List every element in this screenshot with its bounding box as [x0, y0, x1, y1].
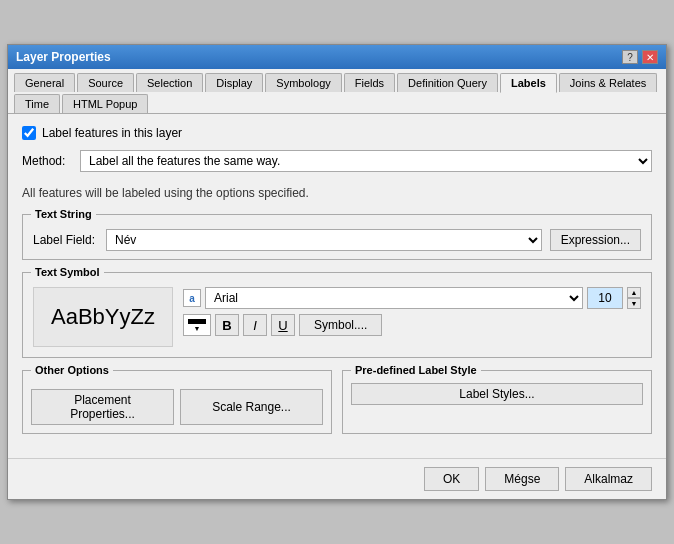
tab-general[interactable]: General	[14, 73, 75, 92]
symbol-button[interactable]: Symbol....	[299, 314, 382, 336]
text-symbol-title: Text Symbol	[31, 266, 104, 278]
content-area: Label features in this layer Method: Lab…	[8, 114, 666, 458]
tab-labels[interactable]: Labels	[500, 73, 557, 93]
help-button[interactable]: ?	[622, 50, 638, 64]
ok-button[interactable]: OK	[424, 467, 479, 491]
other-options-group: Other Options Placement Properties... Sc…	[22, 370, 332, 434]
label-features-checkbox[interactable]	[22, 126, 36, 140]
info-text: All features will be labeled using the o…	[22, 186, 652, 200]
tabs-bar: General Source Selection Display Symbolo…	[8, 69, 666, 114]
placement-properties-button[interactable]: Placement Properties...	[31, 389, 174, 425]
tab-joins-relates[interactable]: Joins & Relates	[559, 73, 657, 92]
font-select[interactable]: Arial	[205, 287, 583, 309]
italic-button[interactable]: I	[243, 314, 267, 336]
label-field-select[interactable]: Név	[106, 229, 542, 251]
expression-button[interactable]: Expression...	[550, 229, 641, 251]
method-select[interactable]: Label all the features the same way.	[80, 150, 652, 172]
tab-time[interactable]: Time	[14, 94, 60, 113]
color-arrow-icon: ▼	[194, 325, 201, 332]
size-up-button[interactable]: ▲	[627, 287, 641, 298]
window-title: Layer Properties	[16, 50, 111, 64]
layer-properties-window: Layer Properties ? ✕ General Source Sele…	[7, 44, 667, 500]
font-size-input[interactable]	[587, 287, 623, 309]
tab-html-popup[interactable]: HTML Popup	[62, 94, 148, 113]
close-button[interactable]: ✕	[642, 50, 658, 64]
text-string-group: Text String Label Field: Név Expression.…	[22, 214, 652, 260]
tab-definition-query[interactable]: Definition Query	[397, 73, 498, 92]
other-options-title: Other Options	[31, 364, 113, 376]
predefined-label-title: Pre-defined Label Style	[351, 364, 481, 376]
tab-selection[interactable]: Selection	[136, 73, 203, 92]
font-icon: a	[183, 289, 201, 307]
size-down-button[interactable]: ▼	[627, 298, 641, 309]
options-row: Other Options Placement Properties... Sc…	[22, 370, 652, 434]
symbol-controls: a Arial ▲ ▼ ▼	[183, 287, 641, 336]
title-bar: Layer Properties ? ✕	[8, 45, 666, 69]
footer: OK Mégse Alkalmaz	[8, 458, 666, 499]
scale-range-button[interactable]: Scale Range...	[180, 389, 323, 425]
style-row: ▼ B I U Symbol....	[183, 314, 641, 336]
predefined-label-group: Pre-defined Label Style Label Styles...	[342, 370, 652, 434]
label-field-label: Label Field:	[33, 233, 98, 247]
label-features-row: Label features in this layer	[22, 126, 652, 140]
color-button[interactable]: ▼	[183, 314, 211, 336]
preview-text: AaBbYyZz	[51, 304, 155, 330]
text-string-title: Text String	[31, 208, 96, 220]
label-field-row: Label Field: Név Expression...	[33, 229, 641, 251]
method-row: Method: Label all the features the same …	[22, 150, 652, 172]
label-styles-button[interactable]: Label Styles...	[351, 383, 643, 405]
tab-fields[interactable]: Fields	[344, 73, 395, 92]
cancel-button[interactable]: Mégse	[485, 467, 559, 491]
apply-button[interactable]: Alkalmaz	[565, 467, 652, 491]
bold-button[interactable]: B	[215, 314, 239, 336]
underline-button[interactable]: U	[271, 314, 295, 336]
tab-symbology[interactable]: Symbology	[265, 73, 341, 92]
label-features-text: Label features in this layer	[42, 126, 182, 140]
tab-display[interactable]: Display	[205, 73, 263, 92]
font-preview: AaBbYyZz	[33, 287, 173, 347]
text-symbol-group: Text Symbol AaBbYyZz a Arial ▲ ▼	[22, 272, 652, 358]
size-spinner: ▲ ▼	[627, 287, 641, 309]
color-swatch	[188, 319, 206, 324]
text-symbol-content: AaBbYyZz a Arial ▲ ▼	[33, 287, 641, 347]
font-row: a Arial ▲ ▼	[183, 287, 641, 309]
method-label: Method:	[22, 154, 72, 168]
title-bar-buttons: ? ✕	[622, 50, 658, 64]
tab-source[interactable]: Source	[77, 73, 134, 92]
